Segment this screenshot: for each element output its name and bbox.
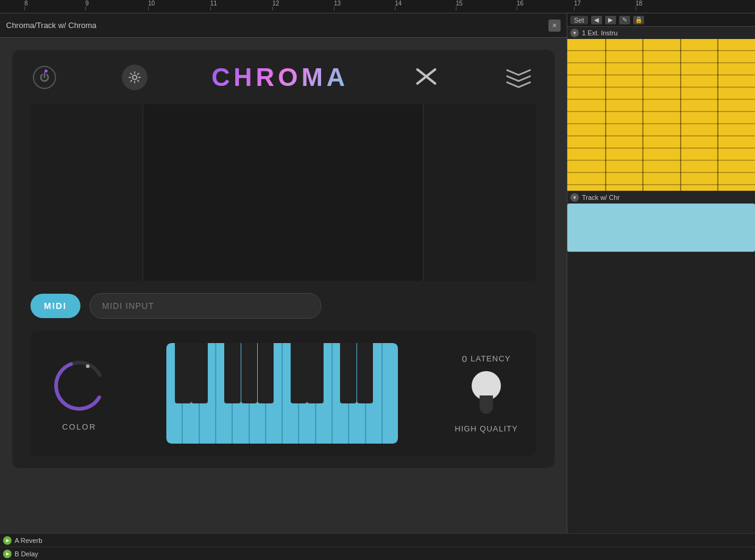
chroma-header: CHROMA: [30, 62, 536, 92]
display-left-panel: [30, 104, 143, 281]
pen-button[interactable]: ✎: [619, 16, 630, 24]
effect-track-reverb: ▶ A Reverb: [0, 533, 755, 547]
effect-tracks: ▶ A Reverb ▶ B Delay: [0, 533, 755, 560]
track-ext-name: 1 Ext. Instru: [582, 29, 618, 37]
ruler-mark-17: 17: [574, 0, 581, 10]
ruler-mark-18: 18: [636, 0, 642, 10]
plugin-title: Chroma/Track w/ Chroma: [6, 21, 548, 30]
delay-play-button[interactable]: ▶: [3, 550, 12, 558]
ruler-mark-16: 16: [517, 0, 523, 10]
latency-label: LATENCY: [470, 354, 511, 363]
tracks-spacer: [567, 252, 755, 560]
delay-name: B Delay: [15, 550, 38, 558]
midi-button[interactable]: MIDI: [30, 294, 80, 318]
chroma-x-icon[interactable]: [413, 62, 440, 92]
nav-right-button[interactable]: ▶: [605, 16, 616, 24]
latency-toggle[interactable]: [472, 371, 501, 414]
power-icon: [38, 71, 51, 83]
effect-track-delay: ▶ B Delay: [0, 547, 755, 560]
plugin-content: CHROMA: [0, 38, 567, 560]
chroma-plugin: CHROMA: [12, 50, 555, 468]
color-knob[interactable]: [49, 355, 110, 416]
piano-keyboard[interactable]: [166, 343, 398, 444]
svg-point-0: [133, 75, 137, 79]
ruler-mark-15: 15: [456, 0, 463, 10]
settings-icon: [128, 71, 141, 84]
tracks-panel: Set ◀ ▶ ✎ 🔒 ▼ 1 Ext. Instru: [567, 13, 755, 560]
midi-section: MIDI: [30, 290, 536, 322]
display-area: [30, 104, 536, 281]
timeline-ruler: 8 9 10 11 12 13 14 15 16 17 18: [0, 0, 755, 13]
chroma-title: CHROMA: [211, 63, 349, 92]
latency-value: 0: [462, 353, 467, 364]
svg-point-5: [86, 364, 90, 368]
ext-yellow-block[interactable]: [567, 39, 755, 191]
ruler-mark-11: 11: [210, 0, 217, 10]
midi-input-field[interactable]: [90, 293, 321, 319]
track-chroma: ▼ Track w/ Chr: [567, 191, 755, 252]
x-icon: [413, 62, 440, 90]
chroma-clip[interactable]: [567, 204, 755, 252]
color-label: COLOR: [62, 422, 96, 431]
power-ring: [33, 66, 56, 89]
nav-left-button[interactable]: ◀: [591, 16, 602, 24]
high-quality-label: HIGH QUALITY: [455, 424, 518, 433]
track-chroma-name: Track w/ Chr: [582, 194, 620, 201]
latency-section: 0 LATENCY HIGH QUALITY: [455, 353, 518, 433]
lock-button[interactable]: 🔒: [633, 16, 644, 24]
set-label: Set: [570, 16, 588, 24]
plugin-panel: Chroma/Track w/ Chroma ×: [0, 13, 567, 560]
bottom-controls: COLOR: [30, 331, 536, 456]
chroma-power-button[interactable]: [30, 63, 58, 91]
set-controls: Set ◀ ▶ ✎ 🔒: [567, 13, 755, 27]
plugin-close-button[interactable]: ×: [548, 19, 561, 32]
track-ext-instru: ▼ 1 Ext. Instru: [567, 27, 755, 191]
track-ext-header: ▼ 1 Ext. Instru: [567, 27, 755, 39]
piano-section: [166, 343, 398, 444]
display-center-panel: [143, 104, 424, 281]
track-chroma-arrow[interactable]: ▼: [570, 193, 579, 202]
chroma-layers-button[interactable]: [504, 64, 533, 91]
ruler-mark-14: 14: [395, 0, 402, 10]
power-dot: [44, 69, 48, 73]
ruler-mark-10: 10: [148, 0, 155, 10]
display-right-panel: [424, 104, 536, 281]
plugin-titlebar: Chroma/Track w/ Chroma ×: [0, 13, 567, 38]
reverb-play-button[interactable]: ▶: [3, 536, 12, 545]
track-ext-content: [567, 39, 755, 191]
layers-icon: [504, 64, 533, 88]
ruler-mark-12: 12: [272, 0, 279, 10]
color-knob-section: COLOR: [49, 355, 110, 431]
track-chroma-header: ▼ Track w/ Chr: [567, 191, 755, 204]
reverb-name: A Reverb: [15, 537, 42, 544]
ruler-mark-8: 8: [24, 0, 28, 10]
color-knob-svg: [49, 355, 110, 416]
chroma-settings-button[interactable]: [122, 65, 147, 90]
ruler-mark-9: 9: [85, 0, 89, 10]
ruler-mark-13: 13: [334, 0, 341, 10]
track-ext-arrow[interactable]: ▼: [570, 29, 579, 37]
